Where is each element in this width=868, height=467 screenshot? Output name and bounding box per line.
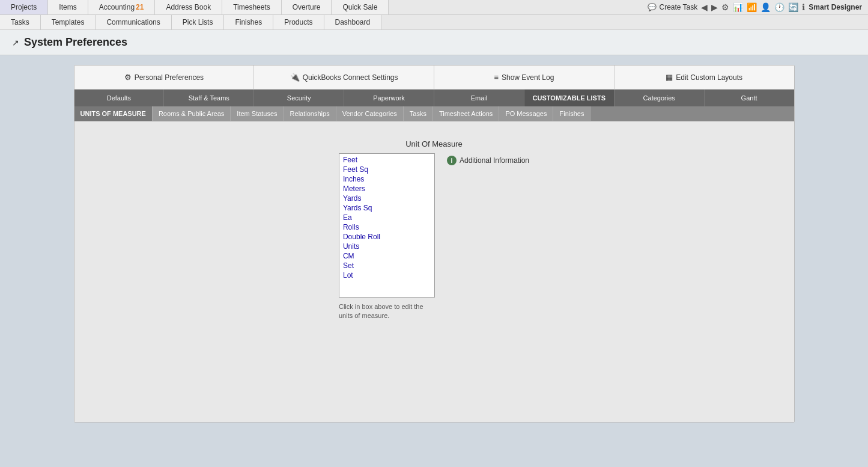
- preferences-section-tabs: Defaults Staff & Teams Security Paperwor…: [74, 90, 794, 106]
- uom-list-item[interactable]: Feet: [339, 155, 434, 165]
- preferences-top-tabs: ⚙ Personal Preferences 🔌 QuickBooks Conn…: [74, 66, 794, 90]
- uom-list[interactable]: FeetFeet SqInchesMetersYardsYards SqEaRo…: [339, 153, 435, 298]
- chat-icon: 💬: [648, 3, 657, 11]
- subtab-relationships[interactable]: Relationships: [284, 106, 336, 121]
- create-task-button[interactable]: 💬 Create Task: [648, 3, 697, 11]
- main-content: ⚙ Personal Preferences 🔌 QuickBooks Conn…: [0, 55, 868, 462]
- nav-overture[interactable]: Overture: [282, 0, 332, 14]
- tab-security[interactable]: Security: [254, 90, 344, 106]
- tab-show-event-log[interactable]: ≡ Show Event Log: [434, 66, 615, 89]
- nav-pick-lists[interactable]: Pick Lists: [172, 15, 225, 29]
- subtab-po-messages[interactable]: PO Messages: [499, 106, 553, 121]
- nav-quick-sale[interactable]: Quick Sale: [332, 0, 389, 14]
- uom-list-item[interactable]: Rolls: [339, 222, 434, 232]
- uom-list-container: FeetFeet SqInchesMetersYardsYards SqEaRo…: [339, 153, 435, 321]
- tab-personal-preferences[interactable]: ⚙ Personal Preferences: [74, 66, 255, 89]
- uom-hint: Click in box above to edit the units of …: [339, 302, 435, 321]
- info-icon: i: [447, 156, 457, 165]
- subtab-finishes[interactable]: Finishes: [553, 106, 590, 121]
- nav-templates[interactable]: Templates: [41, 15, 96, 29]
- grid-icon: ▦: [666, 73, 673, 82]
- uom-list-item[interactable]: Feet Sq: [339, 165, 434, 174]
- nav-tasks[interactable]: Tasks: [0, 15, 41, 29]
- external-link-icon[interactable]: ↗: [12, 38, 19, 47]
- nav-gear-icon[interactable]: ⚙: [721, 2, 729, 12]
- nav-info-icon[interactable]: ℹ: [802, 2, 805, 12]
- uom-list-item[interactable]: Lot: [339, 270, 434, 280]
- uom-list-item[interactable]: CM: [339, 251, 434, 261]
- tab-email[interactable]: Email: [434, 90, 524, 106]
- nav-row-2: Tasks Templates Communications Pick List…: [0, 15, 868, 29]
- tab-paperwork[interactable]: Paperwork: [344, 90, 434, 106]
- subtab-item-statuses[interactable]: Item Statuses: [231, 106, 284, 121]
- page-title: System Preferences: [24, 36, 127, 49]
- nav-right-area: 💬 Create Task ◀ ▶ ⚙ 📊 📶 👤 🕐 🔄 ℹ Smart De…: [642, 0, 868, 14]
- nav-communications[interactable]: Communications: [96, 15, 171, 29]
- nav-arrow-left-icon[interactable]: ◀: [701, 2, 708, 12]
- nav-signal-icon[interactable]: 📶: [747, 2, 757, 12]
- list-icon: ≡: [494, 73, 499, 82]
- subtab-timesheet-actions[interactable]: Timesheet Actions: [433, 106, 499, 121]
- uom-title: Unit Of Measure: [405, 139, 463, 148]
- nav-items[interactable]: Items: [48, 0, 88, 14]
- nav-accounting[interactable]: Accounting21: [88, 0, 156, 14]
- uom-list-item[interactable]: Set: [339, 261, 434, 270]
- preferences-sub-tabs: Units Of Measure Rooms & Public Areas It…: [74, 106, 794, 121]
- uom-list-item[interactable]: Ea: [339, 213, 434, 222]
- unit-of-measure-section: Unit Of Measure FeetFeet SqInchesMetersY…: [86, 133, 782, 321]
- tab-customizable-lists[interactable]: Customizable Lists: [524, 90, 615, 106]
- uom-list-item[interactable]: Meters: [339, 184, 434, 194]
- uom-list-item[interactable]: Double Roll: [339, 232, 434, 242]
- gear-icon: ⚙: [124, 73, 132, 82]
- smart-designer-label: Smart Designer: [809, 3, 862, 11]
- nav-timesheets[interactable]: Timesheets: [222, 0, 282, 14]
- nav-chart-icon[interactable]: 📊: [733, 2, 743, 12]
- subtab-rooms-public-areas[interactable]: Rooms & Public Areas: [153, 106, 231, 121]
- tab-staff-teams[interactable]: Staff & Teams: [164, 90, 254, 106]
- nav-dashboard[interactable]: Dashboard: [324, 15, 382, 29]
- nav-products[interactable]: Products: [273, 15, 324, 29]
- tab-defaults[interactable]: Defaults: [74, 90, 165, 106]
- subtab-vendor-categories[interactable]: Vendor Categories: [336, 106, 404, 121]
- nav-arrow-right-icon[interactable]: ▶: [711, 2, 718, 12]
- preferences-card: ⚙ Personal Preferences 🔌 QuickBooks Conn…: [74, 65, 795, 423]
- uom-list-item[interactable]: Yards Sq: [339, 203, 434, 213]
- uom-wrapper: FeetFeet SqInchesMetersYardsYards SqEaRo…: [339, 153, 529, 321]
- nav-row-1: Projects Items Accounting21 Address Book…: [0, 0, 868, 15]
- page-header: ↗ System Preferences: [0, 30, 868, 55]
- subtab-units-of-measure[interactable]: Units Of Measure: [74, 106, 153, 121]
- tab-gantt[interactable]: Gantt: [705, 90, 794, 106]
- tab-edit-custom-layouts[interactable]: ▦ Edit Custom Layouts: [615, 66, 794, 89]
- nav-sync-icon[interactable]: 🔄: [788, 2, 798, 12]
- tab-categories[interactable]: Categories: [615, 90, 705, 106]
- additional-info: i Additional Information: [447, 153, 529, 165]
- plug-icon: 🔌: [290, 73, 300, 82]
- nav-projects[interactable]: Projects: [0, 0, 48, 14]
- nav-clock-icon[interactable]: 🕐: [774, 2, 785, 12]
- uom-list-item[interactable]: Inches: [339, 174, 434, 184]
- nav-finishes[interactable]: Finishes: [224, 15, 273, 29]
- top-navigation: Projects Items Accounting21 Address Book…: [0, 0, 868, 30]
- subtab-tasks[interactable]: Tasks: [404, 106, 433, 121]
- preferences-content: Unit Of Measure FeetFeet SqInchesMetersY…: [74, 121, 794, 422]
- uom-list-item[interactable]: Yards: [339, 194, 434, 203]
- tab-quickbooks[interactable]: 🔌 QuickBooks Connect Settings: [254, 66, 434, 89]
- nav-address-book[interactable]: Address Book: [155, 0, 222, 14]
- nav-user-icon[interactable]: 👤: [760, 2, 771, 12]
- uom-list-item[interactable]: Units: [339, 242, 434, 251]
- additional-info-label: Additional Information: [460, 156, 529, 165]
